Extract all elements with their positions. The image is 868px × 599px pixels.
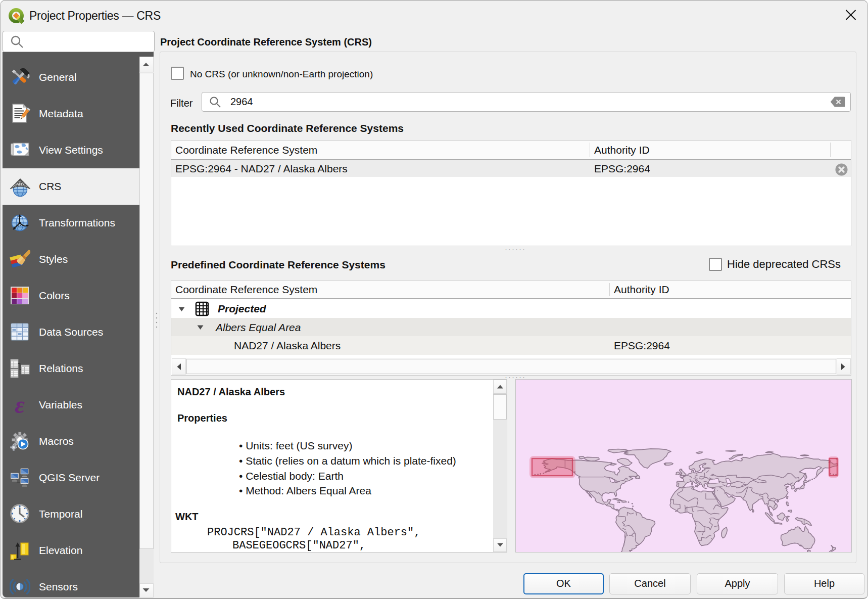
svg-text:ε: ε: [15, 394, 25, 415]
